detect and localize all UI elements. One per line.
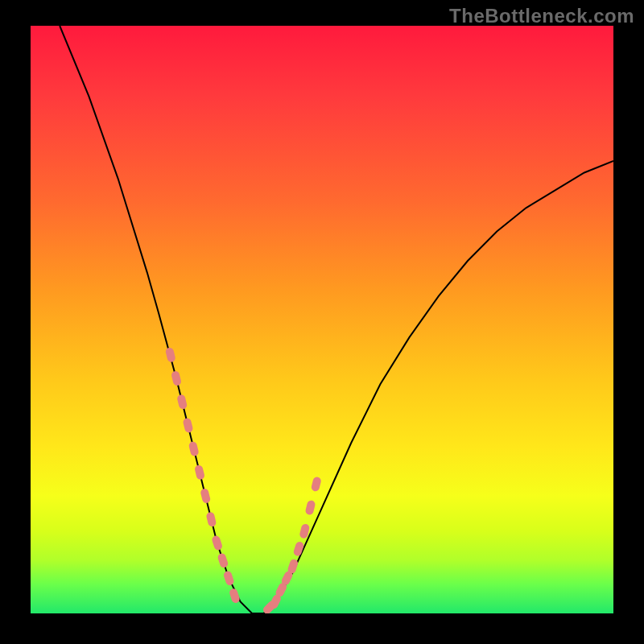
plot-area — [31, 26, 613, 613]
highlight-dots-left — [165, 347, 241, 604]
bottleneck-curve-path — [60, 26, 613, 613]
highlight-dot — [200, 488, 211, 504]
highlight-dot — [304, 500, 316, 516]
main-curve — [60, 26, 613, 613]
highlight-dot — [176, 394, 188, 410]
highlight-dot — [165, 347, 176, 363]
highlight-dot — [194, 464, 205, 481]
highlight-dot — [223, 570, 235, 586]
watermark-text: TheBottleneck.com — [449, 5, 634, 27]
chart-frame: TheBottleneck.com — [0, 0, 644, 644]
highlight-dot — [211, 535, 223, 551]
highlight-dot — [205, 511, 217, 527]
highlight-dots-right — [262, 476, 322, 613]
highlight-dot — [311, 476, 322, 492]
highlight-dot — [171, 370, 182, 386]
highlight-dot — [182, 417, 193, 433]
highlight-dot — [217, 552, 229, 568]
highlight-dot — [188, 441, 200, 457]
highlight-dot — [229, 588, 241, 604]
curve-svg — [31, 26, 613, 613]
